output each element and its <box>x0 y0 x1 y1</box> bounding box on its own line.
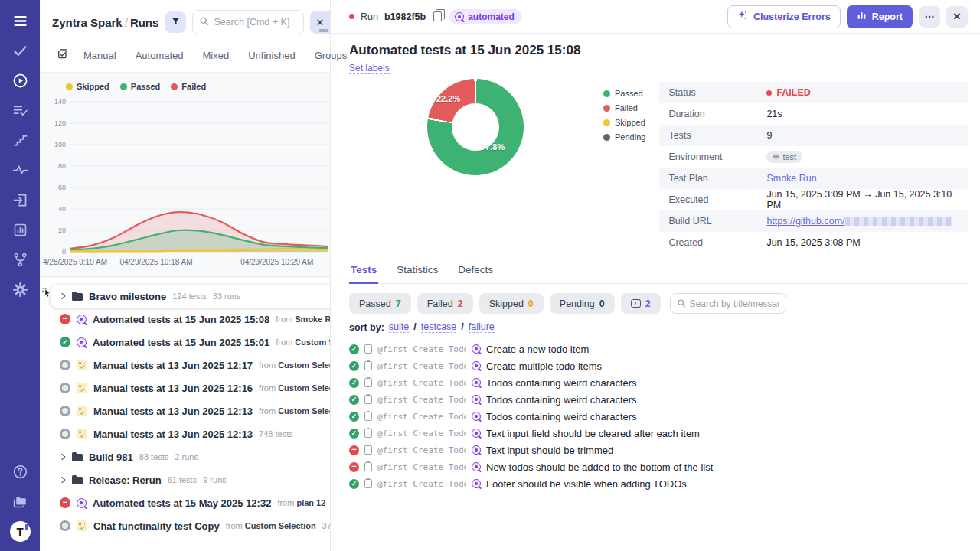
runs-play-icon[interactable] <box>10 70 30 90</box>
filter-chip[interactable]: Pending 0 <box>550 293 615 314</box>
from-label: from <box>259 360 276 370</box>
test-suite[interactable]: @first Create Todos… <box>377 412 466 422</box>
test-title[interactable]: Create multiple todo items <box>486 360 602 372</box>
test-row[interactable]: @first Create Todos… Text input field sh… <box>349 425 968 442</box>
run-source-name: Custom Selection <box>278 406 330 416</box>
clusterize-errors-button[interactable]: Clusterize Errors <box>727 5 841 28</box>
run-row[interactable]: Bravo milestone 124 tests 33 runs <box>51 285 330 308</box>
test-title[interactable]: Todos containing weird characters <box>486 394 637 406</box>
test-row[interactable]: @first Create Todos… Todos containing we… <box>349 374 968 391</box>
test-suite[interactable]: @first Create Todos… <box>377 395 466 405</box>
test-row[interactable]: @first Create Todos… Todos containing we… <box>349 391 968 408</box>
import-icon[interactable] <box>10 190 30 210</box>
filter-chip[interactable]: Failed 2 <box>417 293 473 314</box>
filter-button[interactable] <box>165 11 186 33</box>
more-button[interactable]: ⋯ <box>919 6 940 28</box>
run-row[interactable]: Manual tests at 13 Jun 2025 12:13 748 te… <box>51 422 330 445</box>
donut-legend-item[interactable]: Pending <box>603 132 645 142</box>
run-row[interactable]: Build 981 88 tests 2 runs <box>51 445 330 468</box>
filter-chip[interactable]: Skipped 0 <box>479 293 544 314</box>
test-suite[interactable]: @first Create Todos… <box>377 361 466 371</box>
select-all-icon[interactable] <box>57 48 69 63</box>
test-suite[interactable]: @first Create Todos… <box>377 462 466 472</box>
test-row[interactable]: @first Create Todos… Text input should b… <box>349 442 968 458</box>
runs-filter-tab[interactable]: Automated <box>136 50 184 61</box>
svg-text:120: 120 <box>54 119 66 127</box>
legend-item[interactable]: Passed <box>120 82 161 91</box>
run-row[interactable]: Chat functinality test Copy from Custom … <box>51 514 330 537</box>
test-row[interactable]: @first Create Todos… Todos containing we… <box>349 408 968 425</box>
panel-drag-handle[interactable] <box>319 29 328 32</box>
legend-item[interactable]: Failed <box>171 82 206 91</box>
test-title[interactable]: Todos containing weird characters <box>486 377 637 389</box>
test-title[interactable]: Create a new todo item <box>486 344 589 355</box>
milestones-icon[interactable] <box>10 130 30 150</box>
legend-label: Skipped <box>77 82 109 91</box>
filter-chip[interactable]: Passed 7 <box>349 293 411 314</box>
run-row[interactable]: Manual tests at 13 Jun 2025 12:17 from C… <box>51 354 330 377</box>
donut-legend-item[interactable]: Failed <box>603 103 645 112</box>
menu-icon[interactable] <box>10 11 30 31</box>
copy-icon[interactable] <box>433 11 442 21</box>
test-title[interactable]: Text input should be trimmed <box>486 445 613 456</box>
donut-legend-item[interactable]: Skipped <box>603 118 645 127</box>
tests-search-input[interactable] <box>690 298 779 309</box>
test-title[interactable]: Text input field should be cleared after… <box>486 428 700 439</box>
run-row[interactable]: Manual tests at 13 Jun 2025 12:13 from C… <box>51 399 330 422</box>
projects-icon[interactable] <box>10 491 30 511</box>
runs-search-input[interactable] <box>214 17 297 28</box>
app-logo[interactable]: T <box>10 521 31 542</box>
runs-filter-tab[interactable]: Mixed <box>203 50 230 61</box>
test-suite[interactable]: @first Create Todos… <box>377 344 466 354</box>
report-button[interactable]: Report <box>847 5 913 28</box>
breadcrumb-project[interactable]: Zyntra Spark <box>52 16 122 29</box>
runs-filter-tab[interactable]: Manual <box>83 50 116 61</box>
automated-badge[interactable]: automated <box>449 9 522 24</box>
sort-option[interactable]: suite <box>389 321 409 333</box>
svg-text:4/28/2025 9:19 AM: 4/28/2025 9:19 AM <box>43 258 107 266</box>
trend-chart-legend: Skipped Passed Failed <box>40 80 330 94</box>
detail-tab[interactable]: Tests <box>349 264 378 284</box>
run-row[interactable]: Automated tests at 15 May 2025 12:32 fro… <box>51 491 330 514</box>
test-suite[interactable]: @first Create Todos… <box>377 479 466 489</box>
run-row[interactable]: Automated tests at 15 Jun 2025 15:01 fro… <box>51 331 330 354</box>
test-suite[interactable]: @first Create Todos… <box>377 378 466 388</box>
test-plans-icon[interactable] <box>10 100 30 120</box>
test-row[interactable]: @first Create Todos… Create multiple tod… <box>349 357 968 374</box>
test-row[interactable]: @first Create Todos… Create a new todo i… <box>349 341 968 357</box>
detail-tab[interactable]: Defects <box>456 264 495 283</box>
info-row: Created Jun 15, 2025 3:08 PM <box>659 232 968 253</box>
test-suite[interactable]: @first Create Todos… <box>377 445 466 455</box>
sort-option[interactable]: testcase <box>421 321 457 333</box>
branches-icon[interactable] <box>10 249 30 269</box>
test-suite[interactable]: @first Create Todos… <box>377 429 466 439</box>
chevron-right-icon[interactable] <box>59 293 65 299</box>
donut-legend-item[interactable]: Passed <box>603 89 645 98</box>
analytics-icon[interactable] <box>10 220 30 240</box>
runs-filter-tab[interactable]: Groups <box>315 50 348 61</box>
run-row[interactable]: Manual tests at 13 Jun 2025 12:16 from C… <box>51 377 330 399</box>
close-detail-button[interactable]: ✕ <box>946 6 968 28</box>
test-title[interactable]: Todos containing weird characters <box>486 411 637 422</box>
tasks-check-icon[interactable] <box>10 41 30 60</box>
test-title[interactable]: Footer should be visible when adding TOD… <box>486 478 687 490</box>
runs-filter-tab[interactable]: Unfinished <box>248 50 295 61</box>
pulse-icon[interactable] <box>10 160 30 180</box>
run-row[interactable]: Automated tests at 15 Jun 2025 15:08 fro… <box>51 308 330 331</box>
set-labels-link[interactable]: Set labels <box>349 63 390 74</box>
detail-tab[interactable]: Statistics <box>395 264 439 283</box>
environment-tag[interactable]: test <box>766 151 802 163</box>
legend-item[interactable]: Skipped <box>66 82 109 91</box>
chevron-right-icon[interactable] <box>59 477 65 483</box>
chevron-right-icon[interactable] <box>59 454 65 460</box>
filter-chip[interactable]: 2 <box>621 293 661 314</box>
test-plan-link[interactable]: Smoke Run <box>766 173 816 184</box>
sort-option[interactable]: failure <box>469 321 495 333</box>
help-icon[interactable] <box>10 461 30 481</box>
test-title[interactable]: New todos should be added to the bottom … <box>486 461 713 473</box>
run-row[interactable]: Release: Rerun 61 tests 9 runs <box>51 468 330 491</box>
test-row[interactable]: @first Create Todos… Footer should be vi… <box>349 475 968 492</box>
build-url[interactable]: https://github.com/ <box>766 216 952 227</box>
test-row[interactable]: @first Create Todos… New todos should be… <box>349 458 968 475</box>
settings-gear-icon[interactable] <box>10 279 30 299</box>
